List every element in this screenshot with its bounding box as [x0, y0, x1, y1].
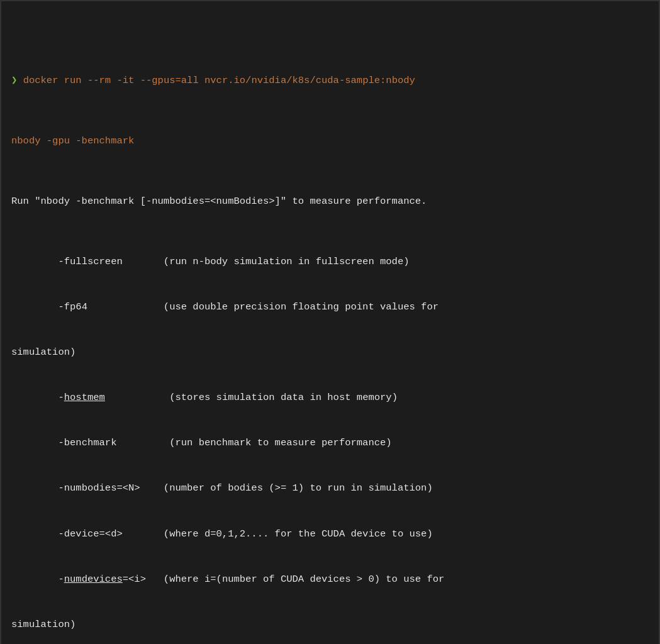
opt-hostmem-rest: (stores simulation data in host memory) [105, 392, 398, 403]
opt-fp64-line: -fp64 (use double precision floating poi… [11, 299, 649, 314]
opt-numdevices-line: -numdevices=<i> (where i=(number of CUDA… [11, 572, 649, 587]
opt-numdevices-dash: - [11, 574, 64, 585]
run-desc-line: Run "nbody -benchmark [-numbodies=<numBo… [11, 194, 649, 209]
cmd-text-2: nbody -gpu -benchmark [11, 135, 134, 147]
opt-fp64-cont-line: simulation) [11, 345, 649, 360]
opt-fullscreen-text: -fullscreen (run n-body simulation in fu… [11, 256, 410, 267]
opt-hostmem-dash: - [11, 392, 64, 403]
cmd-text-1: docker run --rm -it --gpus=all nvcr.io/n… [23, 75, 415, 86]
opt-numdevices-rest: =<i> (where i=(number of CUDA devices > … [123, 574, 445, 585]
opt-fullscreen-line: -fullscreen (run n-body simulation in fu… [11, 254, 649, 269]
opt-numdevices-text: numdevices [64, 574, 123, 585]
opt-numdevices-cont-text: simulation) [11, 619, 76, 630]
terminal-window: ❯ docker run --rm -it --gpus=all nvcr.io… [0, 0, 660, 644]
cmd-line-2: nbody -gpu -benchmark [11, 133, 649, 148]
opt-numdevices-cont-line: simulation) [11, 617, 649, 632]
opt-fp64-text: -fp64 (use double precision floating poi… [11, 301, 439, 313]
cmd-line-1: ❯ docker run --rm -it --gpus=all nvcr.io… [11, 73, 649, 88]
opt-numbodies-line: -numbodies=<N> (number of bodies (>= 1) … [11, 480, 649, 496]
opt-hostmem-text: hostmem [64, 392, 105, 403]
opt-device-line: -device=<d> (where d=0,1,2.... for the C… [11, 526, 649, 541]
opt-benchmark-text: -benchmark (run benchmark to measure per… [11, 437, 392, 448]
opt-hostmem-line: -hostmem (stores simulation data in host… [11, 390, 649, 405]
opt-fp64-cont-text: simulation) [11, 347, 76, 358]
terminal-content: ❯ docker run --rm -it --gpus=all nvcr.io… [11, 13, 649, 644]
prompt-symbol: ❯ [11, 75, 23, 86]
opt-device-text: -device=<d> (where d=0,1,2.... for the C… [11, 528, 433, 540]
run-desc-text: Run "nbody -benchmark [-numbodies=<numBo… [11, 196, 427, 207]
opt-benchmark-line: -benchmark (run benchmark to measure per… [11, 435, 649, 450]
opt-numbodies-text: -numbodies=<N> (number of bodies (>= 1) … [11, 482, 433, 494]
